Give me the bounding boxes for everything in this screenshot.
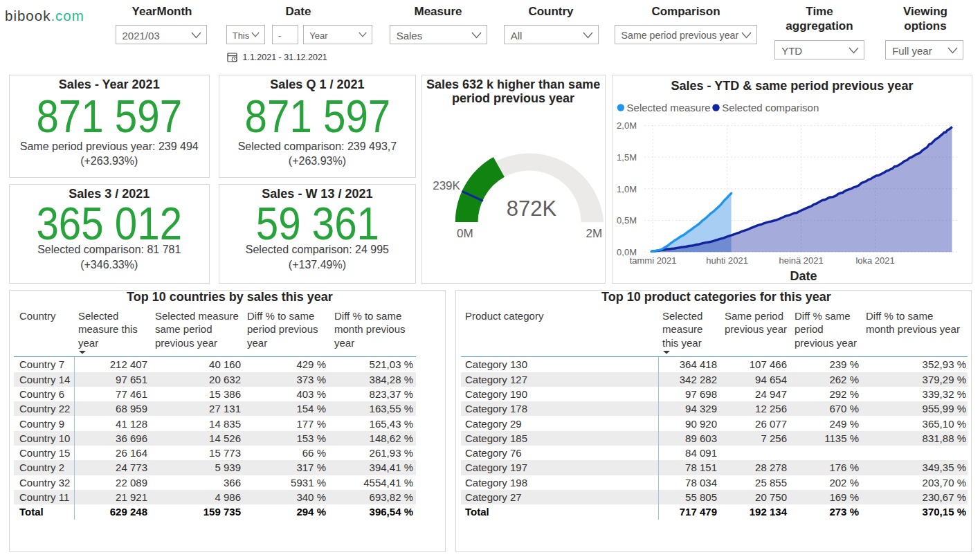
- svg-text:huhti 2021: huhti 2021: [707, 255, 749, 266]
- svg-text:0,5M: 0,5M: [617, 215, 637, 226]
- svg-text:loka 2021: loka 2021: [856, 255, 895, 266]
- svg-text:Selected measure: Selected measure: [627, 102, 711, 113]
- svg-text:Sales - YTD & same period prev: Sales - YTD & same period previous year: [671, 79, 914, 93]
- svg-text:872K: 872K: [506, 197, 556, 221]
- svg-text:tammi 2021: tammi 2021: [630, 255, 677, 266]
- svg-text:239K: 239K: [433, 179, 460, 192]
- svg-text:2,0M: 2,0M: [617, 120, 637, 131]
- svg-text:2M: 2M: [586, 227, 602, 240]
- svg-text:Selected comparison: Selected comparison: [723, 102, 819, 113]
- svg-text:0M: 0M: [456, 227, 473, 240]
- svg-text:1,0M: 1,0M: [617, 184, 637, 194]
- svg-text:1,5M: 1,5M: [617, 152, 637, 163]
- svg-text:heinä 2021: heinä 2021: [779, 255, 824, 266]
- svg-text:Date: Date: [790, 269, 817, 283]
